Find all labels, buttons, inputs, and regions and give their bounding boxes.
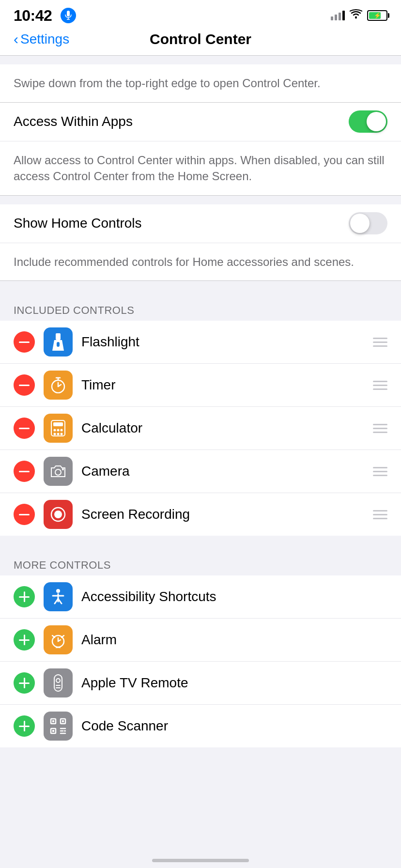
svg-rect-40 <box>62 720 64 722</box>
svg-point-19 <box>61 433 63 435</box>
camera-icon <box>44 457 73 486</box>
svg-point-18 <box>57 433 60 435</box>
signal-icon <box>331 11 345 20</box>
included-controls-header: INCLUDED CONTROLS <box>0 299 401 321</box>
status-icons: ⚡ <box>331 9 387 22</box>
flashlight-drag-handle[interactable] <box>373 338 387 347</box>
calculator-drag-handle[interactable] <box>373 424 387 433</box>
svg-line-29 <box>62 636 64 637</box>
camera-label: Camera <box>81 464 373 479</box>
back-label: Settings <box>20 31 69 47</box>
svg-line-28 <box>52 636 55 637</box>
more-controls-header-text: MORE CONTROLS <box>14 559 111 571</box>
included-controls-header-text: INCLUDED CONTROLS <box>14 304 134 316</box>
toggle-thumb-2 <box>350 214 370 233</box>
battery-icon: ⚡ <box>367 10 387 21</box>
screen-recording-row: Screen Recording <box>0 493 401 536</box>
calculator-remove-button[interactable] <box>14 418 35 439</box>
accessibility-shortcuts-add-button[interactable] <box>14 586 35 607</box>
timer-label: Timer <box>81 377 373 393</box>
code-scanner-row: Code Scanner <box>0 705 401 747</box>
back-button[interactable]: ‹ Settings <box>14 31 69 47</box>
camera-row: Camera <box>0 450 401 493</box>
svg-point-33 <box>56 679 60 682</box>
show-home-controls-desc: Include recommended controls for Home ac… <box>0 243 401 281</box>
accessibility-shortcuts-label: Accessibility Shortcuts <box>81 589 387 604</box>
svg-point-3 <box>355 16 357 18</box>
calculator-label: Calculator <box>81 420 373 436</box>
status-bar: 10:42 <box>0 0 401 27</box>
svg-rect-13 <box>53 422 63 426</box>
access-within-apps-label: Access Within Apps <box>14 114 133 129</box>
apple-tv-remote-row: Apple TV Remote <box>0 662 401 705</box>
code-scanner-add-button[interactable] <box>14 715 35 737</box>
svg-rect-4 <box>56 333 61 340</box>
screen-recording-icon <box>44 500 73 529</box>
screen-recording-label: Screen Recording <box>81 507 373 522</box>
mic-icon <box>61 8 76 23</box>
show-home-controls-toggle[interactable] <box>349 212 387 234</box>
swipe-info-text: Swipe down from the top-right edge to op… <box>14 77 321 90</box>
back-chevron-icon: ‹ <box>14 31 18 47</box>
access-within-apps-desc-text: Allow access to Control Center within ap… <box>14 154 385 183</box>
code-scanner-icon <box>44 712 73 741</box>
access-within-apps-row: Access Within Apps <box>0 103 401 141</box>
apple-tv-remote-add-button[interactable] <box>14 672 35 694</box>
svg-point-16 <box>61 429 63 432</box>
access-within-apps-desc: Allow access to Control Center within ap… <box>0 141 401 196</box>
timer-row: Timer <box>0 364 401 407</box>
toggle-thumb <box>367 112 386 131</box>
more-controls-header: MORE CONTROLS <box>0 554 401 575</box>
flashlight-label: Flashlight <box>81 334 373 350</box>
timer-remove-button[interactable] <box>14 374 35 396</box>
screen-recording-remove-button[interactable] <box>14 504 35 525</box>
nav-bar: ‹ Settings Control Center <box>0 27 401 56</box>
screen-recording-drag-handle[interactable] <box>373 510 387 519</box>
svg-point-21 <box>62 468 64 470</box>
svg-rect-0 <box>67 11 70 16</box>
svg-point-17 <box>54 433 56 435</box>
timer-icon <box>44 371 73 400</box>
show-home-controls-row: Show Home Controls <box>0 204 401 243</box>
show-home-controls-label: Show Home Controls <box>14 216 142 231</box>
svg-point-20 <box>55 469 61 475</box>
page-title: Control Center <box>150 31 251 47</box>
flashlight-row: Flashlight <box>0 321 401 364</box>
timer-drag-handle[interactable] <box>373 381 387 390</box>
wifi-icon <box>350 9 362 22</box>
svg-rect-39 <box>52 720 54 722</box>
accessibility-shortcuts-icon <box>44 582 73 611</box>
swipe-info-block: Swipe down from the top-right edge to op… <box>0 64 401 103</box>
calculator-icon <box>44 414 73 443</box>
svg-point-23 <box>54 511 62 518</box>
flashlight-icon <box>44 327 73 356</box>
apple-tv-remote-label: Apple TV Remote <box>81 675 387 691</box>
camera-remove-button[interactable] <box>14 461 35 482</box>
alarm-label: Alarm <box>81 632 387 648</box>
alarm-row: Alarm <box>0 619 401 662</box>
alarm-add-button[interactable] <box>14 629 35 651</box>
flashlight-remove-button[interactable] <box>14 331 35 353</box>
home-indicator <box>152 859 249 862</box>
apple-tv-remote-icon <box>44 668 73 698</box>
svg-rect-6 <box>57 342 60 347</box>
svg-rect-41 <box>52 730 54 732</box>
camera-drag-handle[interactable] <box>373 467 387 476</box>
calculator-row: Calculator <box>0 407 401 450</box>
included-controls-list: Flashlight Timer <box>0 321 401 536</box>
code-scanner-label: Code Scanner <box>81 718 387 734</box>
svg-point-15 <box>57 429 60 432</box>
alarm-icon <box>44 625 73 654</box>
access-within-apps-toggle[interactable] <box>349 110 387 133</box>
accessibility-shortcuts-row: Accessibility Shortcuts <box>0 575 401 619</box>
svg-point-24 <box>56 589 60 593</box>
svg-point-14 <box>54 429 56 432</box>
status-time: 10:42 <box>14 7 52 25</box>
show-home-controls-desc-text: Include recommended controls for Home ac… <box>14 255 354 268</box>
more-controls-list: Accessibility Shortcuts Alarm <box>0 575 401 747</box>
